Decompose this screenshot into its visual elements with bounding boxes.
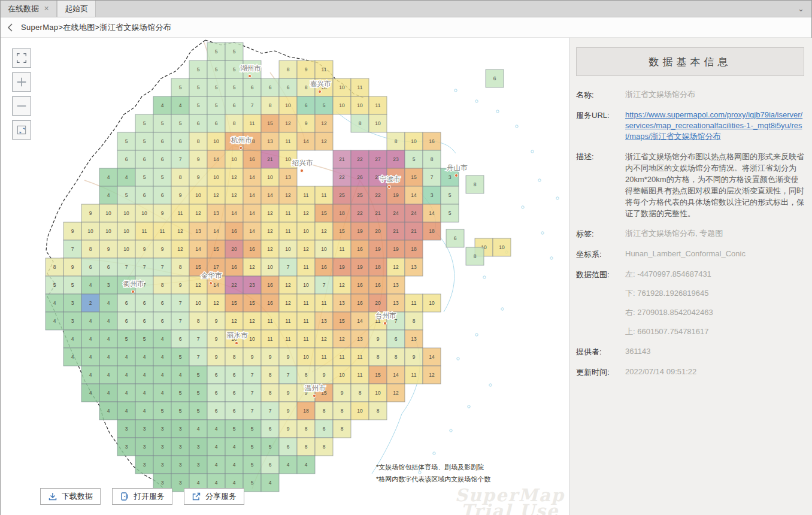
grid-cell-value: 8 bbox=[323, 408, 326, 414]
grid-cell-value: 6 bbox=[251, 84, 254, 90]
grid-cell-value: 7 bbox=[161, 264, 164, 270]
download-data-button[interactable]: 下载数据 bbox=[40, 488, 101, 505]
open-service-button[interactable]: 打开服务 bbox=[112, 488, 172, 505]
grid-cell-value: 7 bbox=[71, 246, 74, 252]
grid-cell-value: 15 bbox=[339, 228, 345, 234]
grid-cell-value: 3 bbox=[161, 444, 164, 450]
grid-cell-value: 10 bbox=[213, 138, 219, 144]
field-service-url-value[interactable]: https://www.supermapol.com/proxy/igjb79i… bbox=[625, 110, 804, 142]
grid-cell-value: 16 bbox=[249, 156, 255, 162]
grid-cell-value: 12 bbox=[339, 282, 345, 288]
grid-cell-value: 12 bbox=[285, 300, 291, 306]
grid-cell-value: 8 bbox=[233, 354, 236, 360]
grid-cell-value: 4 bbox=[107, 372, 110, 378]
tab-online-data[interactable]: 在线数据 ✕ bbox=[1, 1, 57, 17]
grid-cell-value: 8 bbox=[413, 318, 416, 324]
grid-cell-value: 4 bbox=[107, 354, 110, 360]
grid-cell-value: 6 bbox=[215, 408, 218, 414]
grid-cell-value: 21 bbox=[375, 210, 381, 216]
grid-cell-value: 12 bbox=[195, 210, 201, 216]
grid-cell-value: 14 bbox=[249, 228, 255, 234]
download-data-label: 下载数据 bbox=[62, 491, 93, 502]
grid-cell-value: 9 bbox=[287, 390, 290, 396]
grid-cell-value: 12 bbox=[393, 264, 399, 270]
grid-cell-value: 4 bbox=[269, 480, 272, 486]
grid-cell-value: 11 bbox=[322, 300, 327, 306]
grid-cell-value: 4 bbox=[107, 408, 110, 414]
grid-cell-value: 10 bbox=[195, 300, 201, 306]
zoom-in-button[interactable] bbox=[12, 72, 31, 92]
grid-cell-value: 10 bbox=[429, 300, 435, 306]
grid-cell-value: 5 bbox=[143, 120, 146, 126]
breadcrumb-bar: SuperMap>在线地图>浙江省文娱场馆分布 bbox=[1, 17, 811, 38]
tab-online-data-label: 在线数据 bbox=[8, 4, 39, 14]
grid-cell-value: 3 bbox=[161, 462, 164, 468]
grid-cell-value: 10 bbox=[357, 102, 363, 108]
zoom-extent-button[interactable] bbox=[12, 120, 31, 140]
grid-cell-value: 8 bbox=[197, 318, 200, 324]
grid-cell-value: 16 bbox=[231, 228, 237, 234]
map-canvas[interactable]: 5555568911555566681010114455678106510101… bbox=[1, 38, 569, 515]
grid-cell-value: 5 bbox=[197, 66, 200, 72]
grid-cell-value: 11 bbox=[268, 318, 273, 324]
grid-cell-value: 6 bbox=[269, 84, 272, 90]
grid-cell-value: 6 bbox=[143, 156, 146, 162]
grid-cell-value: 11 bbox=[286, 138, 291, 144]
grid-cell-value: 9 bbox=[179, 192, 182, 198]
grid-cell-value: 21 bbox=[339, 156, 345, 162]
zoom-out-button[interactable] bbox=[12, 96, 31, 116]
grid-cell-value: 5 bbox=[323, 102, 326, 108]
grid-cell-value: 10 bbox=[123, 228, 129, 234]
fullscreen-button[interactable] bbox=[12, 49, 31, 68]
open-service-icon bbox=[120, 492, 129, 501]
grid-cell-value: 4 bbox=[125, 174, 128, 180]
close-icon[interactable]: ✕ bbox=[44, 5, 49, 13]
back-chevron-icon bbox=[7, 23, 13, 32]
grid-cell-value: 12 bbox=[267, 228, 273, 234]
map-zoom-controls bbox=[12, 49, 31, 144]
grid-cell-value: 5 bbox=[233, 49, 236, 54]
grid-cell-value: 4 bbox=[107, 174, 110, 180]
grid-cell-value: 6 bbox=[233, 390, 236, 396]
grid-cell-value: 16 bbox=[231, 264, 237, 270]
grid-cell-value: 4 bbox=[53, 300, 56, 306]
grid-cell-value: 7 bbox=[251, 102, 254, 108]
grid-cell-value: 5 bbox=[413, 156, 416, 162]
grid-cell-value: 4 bbox=[53, 318, 56, 324]
grid-cell-value: 22 bbox=[231, 282, 237, 288]
grid-cell-value: 4 bbox=[215, 462, 218, 468]
chevron-down-icon[interactable]: ⌄ bbox=[798, 4, 804, 13]
grid-cell-value: 11 bbox=[357, 84, 363, 90]
grid-cell-value: 18 bbox=[339, 210, 345, 216]
grid-cell-value: 4 bbox=[197, 480, 200, 486]
grid-cell-value: 7 bbox=[251, 372, 254, 378]
grid-cell-value: 9 bbox=[71, 228, 74, 234]
grid-cell-value: 16 bbox=[267, 300, 273, 306]
grid-cell-value: 9 bbox=[107, 246, 110, 252]
grid-cell-value: 8 bbox=[377, 408, 380, 414]
grid-cell-value: 4 bbox=[305, 462, 308, 468]
tab-start-page[interactable]: 起始页 bbox=[57, 1, 96, 17]
city-marker bbox=[300, 169, 303, 172]
grid-cell-value: 18 bbox=[375, 264, 381, 270]
grid-cell-value: 4 bbox=[233, 462, 236, 468]
service-url-link[interactable]: https://www.supermapol.com/proxy/igjb79i… bbox=[625, 110, 802, 141]
fullscreen-icon bbox=[16, 52, 28, 64]
field-extent-label: 数据范围: bbox=[576, 269, 625, 337]
share-service-button[interactable]: 分享服务 bbox=[184, 488, 244, 505]
grid-cell-value: 13 bbox=[267, 138, 273, 144]
grid-cell-value: 3 bbox=[107, 282, 110, 288]
back-button[interactable] bbox=[1, 17, 19, 37]
field-tags-value: 浙江省文娱场馆分布, 专题图 bbox=[625, 228, 804, 240]
city-label: 金华市 bbox=[201, 272, 222, 279]
grid-cell-value: 11 bbox=[142, 228, 147, 234]
grid-cell-value: 4 bbox=[125, 354, 128, 360]
grid-cell-value: 11 bbox=[286, 318, 291, 324]
city-label: 丽水市 bbox=[227, 332, 248, 339]
grid-cell-value: 8 bbox=[269, 372, 272, 378]
grid-cell-value: 25 bbox=[339, 192, 345, 198]
grid-cell-value: 6 bbox=[125, 318, 128, 324]
grid-cell-value: 12 bbox=[177, 228, 183, 234]
grid-cell-value: 4 bbox=[161, 372, 164, 378]
grid-cell-value: 15 bbox=[267, 120, 273, 126]
